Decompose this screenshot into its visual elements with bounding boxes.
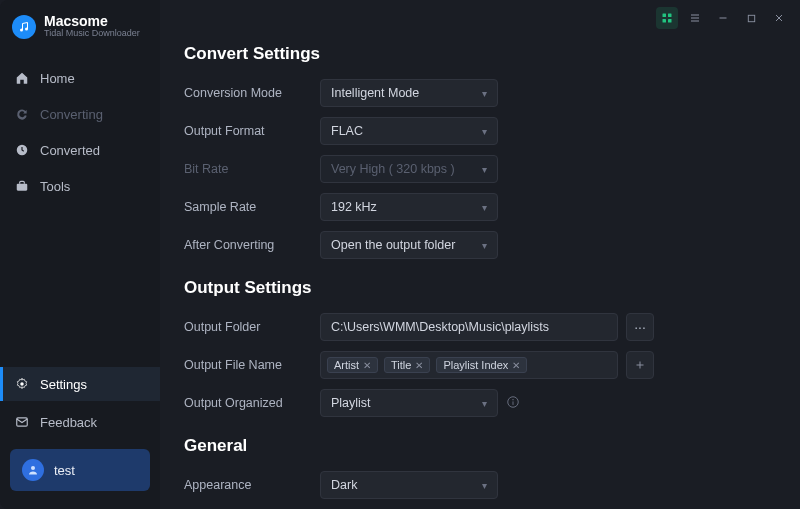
svg-point-6 [31,466,35,470]
label-after-converting: After Converting [184,238,320,252]
user-chip[interactable]: test [10,449,150,491]
sidebar-item-label: Converting [40,107,103,122]
chevron-down-icon: ▾ [482,126,487,137]
browse-folder-button[interactable]: ··· [626,313,654,341]
section-title-output: Output Settings [184,278,776,298]
select-conversion-mode[interactable]: Intelligent Mode ▾ [320,79,498,107]
titlebar [160,0,800,36]
info-icon[interactable] [506,395,520,412]
svg-rect-11 [748,15,754,21]
svg-rect-10 [668,19,672,23]
clock-icon [14,142,30,158]
chevron-down-icon: ▾ [482,164,487,175]
svg-point-13 [512,398,513,399]
select-value: Very High ( 320 kbps ) [331,162,455,176]
sidebar-item-label: Home [40,71,75,86]
select-value: Dark [331,478,357,492]
chevron-down-icon: ▾ [482,202,487,213]
select-value: 192 kHz [331,200,377,214]
chevron-down-icon: ▾ [482,398,487,409]
sidebar-item-home[interactable]: Home [0,61,160,95]
add-filename-tag-button[interactable] [626,351,654,379]
sidebar-item-label: Settings [40,377,87,392]
refresh-icon [14,106,30,122]
select-value: FLAC [331,124,363,138]
brand: Macsome Tidal Music Downloader [0,14,160,51]
label-output-filename: Output File Name [184,358,320,372]
select-appearance[interactable]: Dark ▾ [320,471,498,499]
svg-point-1 [25,27,28,30]
sidebar-item-label: Feedback [40,415,97,430]
svg-point-4 [20,382,24,386]
label-output-organized: Output Organized [184,396,320,410]
sidebar-item-feedback[interactable]: Feedback [0,405,160,439]
filename-tag: Title✕ [384,357,430,373]
sidebar-item-tools[interactable]: Tools [0,169,160,203]
titlebar-close-button[interactable] [768,7,790,29]
select-value: Intelligent Mode [331,86,419,100]
tag-remove-icon[interactable]: ✕ [415,360,423,371]
mail-icon [14,414,30,430]
chevron-down-icon: ▾ [482,240,487,251]
main: Convert Settings Conversion Mode Intelli… [160,0,800,509]
input-output-folder[interactable]: C:\Users\WMM\Desktop\Music\playlists [320,313,618,341]
select-output-format[interactable]: FLAC ▾ [320,117,498,145]
brand-logo-icon [12,15,36,39]
label-sample-rate: Sample Rate [184,200,320,214]
user-name: test [54,463,75,478]
label-conversion-mode: Conversion Mode [184,86,320,100]
label-appearance: Appearance [184,478,320,492]
select-sample-rate[interactable]: 192 kHz ▾ [320,193,498,221]
content: Convert Settings Conversion Mode Intelli… [160,36,800,509]
more-icon: ··· [634,319,646,335]
sidebar: Macsome Tidal Music Downloader Home Conv… [0,0,160,509]
avatar-icon [22,459,44,481]
titlebar-minimize-button[interactable] [712,7,734,29]
toolbox-icon [14,178,30,194]
svg-rect-8 [668,14,672,18]
section-title-general: General [184,436,776,456]
select-after-converting[interactable]: Open the output folder ▾ [320,231,498,259]
svg-rect-9 [663,19,667,23]
gear-icon [14,376,30,392]
brand-name: Macsome [44,14,140,29]
svg-rect-7 [663,14,667,18]
svg-point-0 [20,28,23,31]
sidebar-item-settings[interactable]: Settings [0,367,160,401]
section-title-convert: Convert Settings [184,44,776,64]
sidebar-item-label: Tools [40,179,70,194]
titlebar-maximize-button[interactable] [740,7,762,29]
chevron-down-icon: ▾ [482,88,487,99]
chevron-down-icon: ▾ [482,480,487,491]
nav: Home Converting Converted Tools [0,61,160,203]
label-output-format: Output Format [184,124,320,138]
tag-remove-icon[interactable]: ✕ [512,360,520,371]
sidebar-item-converting[interactable]: Converting [0,97,160,131]
home-icon [14,70,30,86]
label-bit-rate: Bit Rate [184,162,320,176]
titlebar-grid-button[interactable] [656,7,678,29]
titlebar-menu-button[interactable] [684,7,706,29]
brand-subtitle: Tidal Music Downloader [44,29,140,39]
label-output-folder: Output Folder [184,320,320,334]
svg-rect-3 [17,184,28,191]
filename-tag: Playlist Index✕ [436,357,527,373]
select-output-organized[interactable]: Playlist ▾ [320,389,498,417]
input-output-filename[interactable]: Artist✕ Title✕ Playlist Index✕ [320,351,618,379]
sidebar-item-converted[interactable]: Converted [0,133,160,167]
select-value: Open the output folder [331,238,455,252]
select-bit-rate: Very High ( 320 kbps ) ▾ [320,155,498,183]
tag-remove-icon[interactable]: ✕ [363,360,371,371]
sidebar-item-label: Converted [40,143,100,158]
select-value: Playlist [331,396,371,410]
input-value: C:\Users\WMM\Desktop\Music\playlists [331,320,549,334]
filename-tag: Artist✕ [327,357,378,373]
